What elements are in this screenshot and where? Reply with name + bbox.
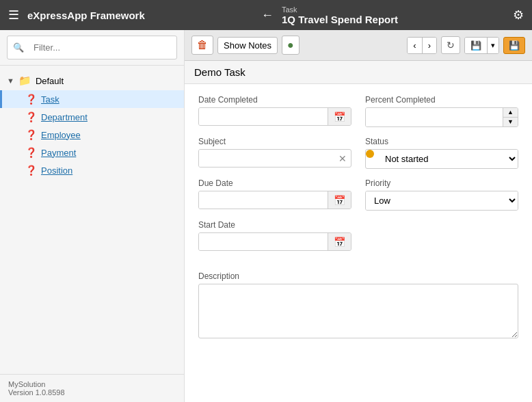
avatar-icon: ● <box>287 39 294 51</box>
search-icon: 🔍 <box>13 42 24 53</box>
refresh-button[interactable]: ↻ <box>441 36 460 54</box>
sidebar-item-label-position: Position <box>41 165 72 176</box>
start-date-wrapper: 📅 <box>198 232 351 251</box>
sidebar-item-employee[interactable]: ❓ Employee <box>0 126 184 144</box>
sidebar: 🔍 ▼ 📁 Default ❓ Task ❓ Department ❓ Empl… <box>0 30 185 402</box>
form-section-title: Demo Task <box>185 61 532 84</box>
sidebar-item-department[interactable]: ❓ Department <box>0 108 184 126</box>
back-button[interactable]: ← <box>258 8 276 23</box>
status-dot-icon <box>366 150 374 158</box>
sidebar-item-position[interactable]: ❓ Position <box>0 161 184 179</box>
sidebar-item-payment[interactable]: ❓ Payment <box>0 144 184 161</box>
payment-item-icon: ❓ <box>25 147 37 158</box>
position-item-icon: ❓ <box>25 165 37 176</box>
show-notes-button[interactable]: Show Notes <box>217 37 278 54</box>
hamburger-icon[interactable]: ☰ <box>8 8 19 23</box>
form-row-4: Start Date 📅 <box>198 220 518 251</box>
form-scroll-area[interactable]: Date Completed 📅 Percent Completed 0 ▲ <box>185 84 532 402</box>
date-completed-input[interactable] <box>199 108 328 125</box>
percent-spinner-up[interactable]: ▲ <box>503 108 518 118</box>
due-date-calendar-button[interactable]: 📅 <box>328 191 351 209</box>
form-row-2: Subject 1Q Travel Spend Report ✕ Status … <box>198 137 518 169</box>
status-wrapper: Not started In progress Completed Waitin… <box>365 149 518 169</box>
sidebar-item-label-department: Department <box>41 112 88 122</box>
form-row-1: Date Completed 📅 Percent Completed 0 ▲ <box>198 95 518 127</box>
percent-completed-label: Percent Completed <box>365 95 518 105</box>
percent-spinner: ▲ ▼ <box>503 108 518 126</box>
priority-select[interactable]: Low Normal High <box>366 191 518 210</box>
footer-line1: MySolution <box>8 380 176 388</box>
sidebar-footer: MySolution Version 1.0.8598 <box>0 374 184 402</box>
search-input[interactable] <box>28 39 171 56</box>
sidebar-item-label-employee: Employee <box>41 130 81 140</box>
sidebar-group-name: Default <box>36 76 64 86</box>
due-date-wrapper: 📅 <box>198 191 351 209</box>
start-date-col: Start Date 📅 <box>198 220 351 251</box>
search-wrapper: 🔍 <box>7 36 177 59</box>
save-main-button[interactable]: 💾 <box>465 38 487 53</box>
sidebar-item-task[interactable]: ❓ Task <box>0 90 184 108</box>
app-title: eXpressApp Framework <box>27 10 258 21</box>
save-dropdown-arrow[interactable]: ▾ <box>487 38 498 53</box>
task-item-icon: ❓ <box>25 94 37 105</box>
status-select[interactable]: Not started In progress Completed Waitin… <box>377 150 518 168</box>
priority-col: Priority Low Normal High <box>365 178 518 211</box>
start-date-input[interactable] <box>199 233 328 250</box>
percent-completed-input[interactable]: 0 <box>366 108 503 126</box>
content-area: 🗑 Show Notes ● ‹ › ↻ 💾 ▾ 💾 Demo Task <box>185 30 532 402</box>
form-container: Date Completed 📅 Percent Completed 0 ▲ <box>185 84 532 271</box>
sidebar-item-label-payment: Payment <box>41 148 76 158</box>
due-date-col: Due Date 📅 <box>198 178 351 211</box>
date-completed-wrapper: 📅 <box>198 107 351 126</box>
description-label: Description <box>198 271 518 281</box>
date-completed-label: Date Completed <box>198 95 351 105</box>
breadcrumb-main: 1Q Travel Spend Report <box>282 14 513 25</box>
main-layout: 🔍 ▼ 📁 Default ❓ Task ❓ Department ❓ Empl… <box>0 30 532 402</box>
subject-label: Subject <box>198 137 351 146</box>
footer-line2: Version 1.0.8598 <box>8 388 176 397</box>
folder-icon: 📁 <box>18 75 31 87</box>
date-completed-col: Date Completed 📅 <box>198 95 351 127</box>
priority-wrapper: Low Normal High <box>365 191 518 211</box>
date-completed-calendar-button[interactable]: 📅 <box>328 108 351 125</box>
description-section: Description <box>185 271 532 351</box>
start-date-spacer <box>365 220 518 251</box>
breadcrumb-top: Task <box>282 5 513 14</box>
due-date-label: Due Date <box>198 178 351 188</box>
description-textarea[interactable] <box>198 284 518 338</box>
employee-item-icon: ❓ <box>25 129 37 140</box>
sidebar-group-default[interactable]: ▼ 📁 Default <box>0 71 184 90</box>
percent-completed-wrapper: 0 ▲ ▼ <box>365 107 518 127</box>
subject-input[interactable]: 1Q Travel Spend Report <box>199 150 334 167</box>
start-date-calendar-button[interactable]: 📅 <box>328 233 351 250</box>
delete-button[interactable]: 🗑 <box>191 36 213 55</box>
save-accent-button[interactable]: 💾 <box>503 37 525 54</box>
sidebar-search-area: 🔍 <box>0 30 184 66</box>
nav-group: ‹ › <box>407 37 437 54</box>
start-date-label: Start Date <box>198 220 351 230</box>
gear-icon[interactable]: ⚙ <box>513 8 524 23</box>
due-date-input[interactable] <box>199 191 328 209</box>
priority-label: Priority <box>365 178 518 188</box>
nav-prev-button[interactable]: ‹ <box>408 38 422 53</box>
sidebar-item-label-task: Task <box>41 94 59 105</box>
subject-wrapper: 1Q Travel Spend Report ✕ <box>198 149 351 168</box>
subject-clear-button[interactable]: ✕ <box>334 153 351 164</box>
nav-next-button[interactable]: › <box>423 38 436 53</box>
app-header: ☰ eXpressApp Framework ← Task 1Q Travel … <box>0 0 532 30</box>
save-dropdown-group: 💾 ▾ <box>464 37 499 54</box>
percent-completed-col: Percent Completed 0 ▲ ▼ <box>365 95 518 127</box>
status-label: Status <box>365 137 518 146</box>
sidebar-tree: ▼ 📁 Default ❓ Task ❓ Department ❓ Employ… <box>0 66 184 374</box>
content-toolbar: 🗑 Show Notes ● ‹ › ↻ 💾 ▾ 💾 <box>185 30 532 61</box>
task-breadcrumb: Task 1Q Travel Spend Report <box>276 5 513 25</box>
subject-col: Subject 1Q Travel Spend Report ✕ <box>198 137 351 169</box>
form-row-3: Due Date 📅 Priority Low Normal Hig <box>198 178 518 211</box>
percent-spinner-down[interactable]: ▼ <box>503 118 518 126</box>
avatar-button[interactable]: ● <box>282 36 300 55</box>
status-col: Status Not started In progress Completed… <box>365 137 518 169</box>
tree-arrow-icon: ▼ <box>7 77 14 85</box>
department-item-icon: ❓ <box>25 111 37 122</box>
